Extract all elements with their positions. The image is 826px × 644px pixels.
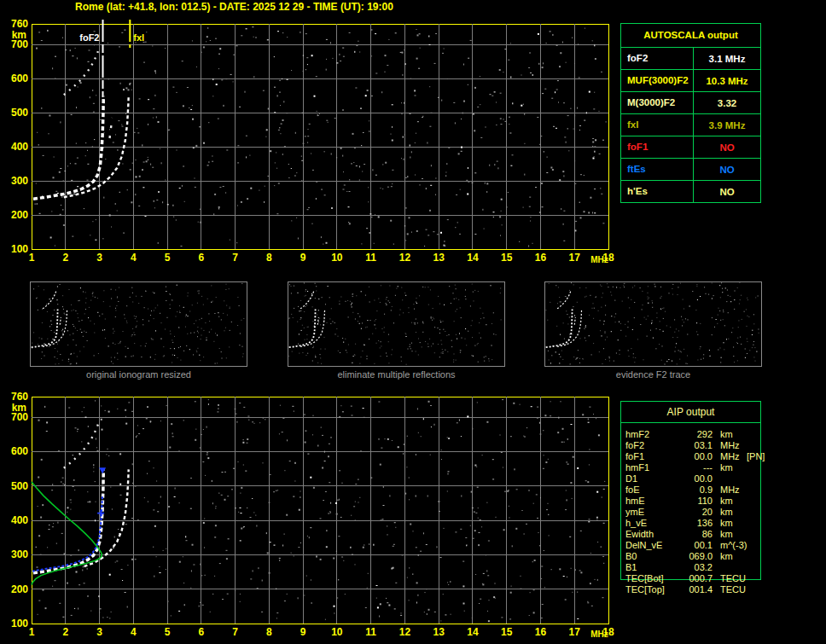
- autoscala-table-rows: foF23.1 MHzMUF(3000)F210.3 MHzM(3000)F23…: [621, 48, 760, 202]
- main-ionogram-chart: foF2fxI760km7006005004003002001001234567…: [0, 14, 623, 268]
- parameter-value: 3.1 MHz: [694, 54, 760, 64]
- aip-cell: 03.2: [675, 562, 713, 573]
- svg-text:12: 12: [399, 626, 411, 638]
- svg-text:7: 7: [232, 252, 238, 264]
- aip-cell: MHz: [713, 440, 742, 451]
- table-row: hmF2292km: [625, 429, 775, 440]
- aip-cell: B0: [625, 551, 675, 562]
- aip-cell: TECU: [713, 573, 742, 584]
- parameter-label: fxI: [621, 114, 694, 136]
- aip-cell: hmF2: [625, 429, 675, 440]
- svg-text:16: 16: [535, 626, 547, 638]
- aip-cell: km: [713, 507, 742, 518]
- aip-cell: 000.7: [675, 573, 713, 584]
- table-row: foF1NO: [621, 136, 760, 159]
- aip-cell: TEC[Bot]: [625, 573, 675, 584]
- svg-text:760: 760: [11, 391, 28, 403]
- parameter-value: 10.3 MHz: [694, 76, 760, 86]
- aip-cell: [PN]: [742, 451, 775, 462]
- aip-cell: [742, 540, 775, 551]
- svg-text:11: 11: [365, 252, 376, 264]
- table-row: M(3000)F23.32: [621, 92, 760, 114]
- svg-text:1: 1: [29, 626, 35, 638]
- parameter-label: foF1: [621, 136, 694, 158]
- svg-text:400: 400: [11, 141, 28, 153]
- table-row: B0069.0km: [625, 551, 775, 562]
- aip-output-rows: hmF2292kmfoF203.1MHzfoF100.0MHz[PN]hmF1-…: [625, 429, 775, 595]
- table-row: Ewidth86km: [625, 529, 775, 540]
- aip-cell: m^(-3): [713, 540, 742, 551]
- thumbnail-caption: evidence F2 trace: [544, 369, 762, 380]
- svg-text:9: 9: [300, 626, 306, 638]
- aip-cell: [742, 562, 775, 573]
- svg-text:17: 17: [569, 252, 581, 264]
- aip-cell: [742, 573, 775, 584]
- aip-cell: km: [713, 529, 742, 540]
- aip-cell: hmE: [625, 496, 675, 507]
- aip-cell: TEC[Top]: [625, 584, 675, 595]
- svg-text:500: 500: [11, 107, 28, 119]
- page-title: Rome (lat: +41.8, lon: 012.5) - DATE: 20…: [75, 1, 393, 13]
- thumbnail-eliminate-reflections-plot: [288, 282, 504, 366]
- aip-cell: [742, 518, 775, 529]
- thumbnail-original-ionogram: [30, 281, 247, 367]
- svg-text:8: 8: [266, 626, 272, 638]
- frequency-marker-label: foF2: [79, 32, 99, 43]
- svg-text:500: 500: [11, 480, 28, 492]
- aip-cell: 0.9: [675, 484, 713, 496]
- aip-cell: 069.0: [675, 551, 713, 562]
- svg-text:16: 16: [535, 252, 547, 264]
- svg-text:760: 760: [11, 18, 28, 30]
- aip-cell: 00.1: [675, 540, 713, 551]
- svg-text:300: 300: [11, 175, 28, 187]
- svg-text:MHz: MHz: [590, 629, 608, 639]
- parameter-label: h'Es: [621, 181, 694, 202]
- table-row: h'EsNO: [621, 181, 760, 202]
- aip-cell: km: [713, 429, 742, 440]
- aip-cell: km: [713, 496, 742, 507]
- aip-cell: 001.4: [675, 584, 713, 595]
- aip-cell: 20: [675, 507, 713, 518]
- autoscala-table-header: AUTOSCALA output: [621, 24, 760, 48]
- parameter-value: 3.9 MHz: [694, 120, 760, 131]
- aip-cell: km: [713, 462, 742, 473]
- aip-cell: km: [713, 551, 742, 562]
- svg-text:400: 400: [11, 514, 28, 526]
- aip-cell: [742, 440, 775, 451]
- thumbnail-original-ionogram-plot: [31, 282, 247, 366]
- svg-text:13: 13: [433, 626, 445, 638]
- parameter-label: ftEs: [621, 159, 694, 180]
- aip-cell: B1: [625, 562, 675, 573]
- aip-cell: [713, 562, 742, 573]
- svg-text:3: 3: [96, 626, 102, 638]
- aip-cell: hmF1: [625, 462, 675, 473]
- table-row: MUF(3000)F210.3 MHz: [621, 70, 760, 92]
- svg-text:10: 10: [331, 626, 343, 638]
- table-row: fxI3.9 MHz: [621, 114, 760, 136]
- thumbnail-eliminate-reflections: [288, 281, 505, 367]
- frequency-marker-label: fxI: [133, 32, 144, 43]
- svg-text:200: 200: [11, 583, 28, 595]
- svg-text:300: 300: [11, 548, 28, 560]
- autoscala-window: Rome (lat: +41.8, lon: 012.5) - DATE: 20…: [0, 0, 826, 644]
- svg-text:5: 5: [165, 626, 171, 638]
- table-row: foE0.9MHz: [625, 484, 775, 496]
- svg-text:14: 14: [467, 626, 479, 638]
- parameter-value: 3.32: [694, 98, 760, 108]
- table-row: DelN_vE00.1m^(-3): [625, 540, 775, 551]
- aip-cell: [742, 429, 775, 440]
- svg-text:6: 6: [198, 626, 204, 638]
- aip-cell: MHz: [713, 451, 742, 462]
- aip-cell: 86: [675, 529, 713, 540]
- aip-cell: TECU: [713, 584, 742, 595]
- aip-cell: 292: [675, 429, 713, 440]
- thumbnail-caption: eliminate multiple reflections: [288, 369, 505, 380]
- aip-cell: [742, 473, 775, 484]
- aip-cell: 00.0: [675, 451, 713, 462]
- thumbnail-caption: original ionogram resized: [30, 369, 247, 380]
- svg-text:4: 4: [131, 626, 137, 638]
- svg-text:9: 9: [300, 252, 306, 264]
- svg-text:100: 100: [11, 243, 28, 255]
- svg-text:11: 11: [365, 626, 376, 638]
- svg-text:600: 600: [11, 73, 28, 84]
